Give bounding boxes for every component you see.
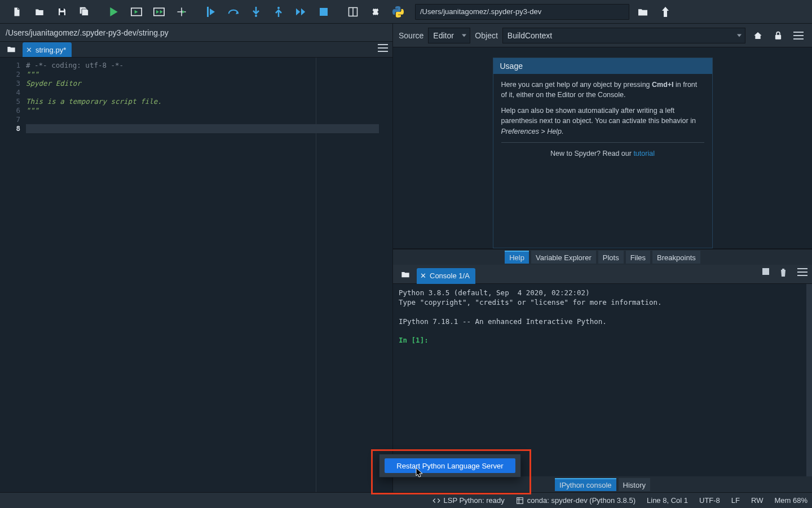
tab-history[interactable]: History bbox=[619, 478, 650, 491]
debug-step-out-icon[interactable] bbox=[267, 0, 290, 24]
preferences-icon[interactable] bbox=[364, 0, 387, 24]
status-encoding[interactable]: UTF-8 bbox=[699, 496, 720, 505]
ipython-console[interactable]: Python 3.8.5 (default, Sep 4 2020, 02:22… bbox=[393, 284, 812, 476]
svg-rect-11 bbox=[517, 497, 523, 503]
browse-consoles-icon[interactable] bbox=[398, 266, 413, 282]
status-lsp[interactable]: LSP Python: ready bbox=[433, 496, 505, 505]
help-options-icon[interactable] bbox=[791, 24, 806, 47]
debug-step-over-icon[interactable] bbox=[222, 0, 245, 24]
open-file-icon[interactable] bbox=[28, 0, 51, 24]
source-label: Source bbox=[399, 31, 423, 40]
status-conda[interactable]: conda: spyder-dev (Python 3.8.5) bbox=[516, 496, 636, 505]
remove-console-icon[interactable] bbox=[779, 268, 787, 277]
svg-point-6 bbox=[277, 7, 280, 9]
tab-plots[interactable]: Plots bbox=[598, 251, 624, 264]
svg-rect-10 bbox=[762, 268, 769, 275]
maximize-pane-icon[interactable] bbox=[342, 0, 364, 24]
tab-ipython-console[interactable]: IPython console bbox=[555, 478, 616, 491]
code-line: """ bbox=[26, 106, 392, 115]
tab-breakpoints[interactable]: Breakpoints bbox=[652, 251, 700, 264]
status-rw[interactable]: RW bbox=[751, 496, 763, 505]
editor-tab[interactable]: ✕ string.py* bbox=[23, 42, 72, 57]
svg-rect-4 bbox=[207, 7, 209, 17]
help-card-title: Usage bbox=[493, 58, 712, 74]
object-label: Object bbox=[475, 31, 497, 40]
status-mem[interactable]: Mem 68% bbox=[774, 496, 807, 505]
browse-workdir-icon[interactable] bbox=[632, 0, 654, 24]
home-icon[interactable] bbox=[750, 24, 766, 47]
svg-rect-1 bbox=[60, 12, 64, 15]
code-editor[interactable]: 1 2 3 4 5 6 7 8 # -*- coding: utf-8 -*- … bbox=[0, 58, 392, 492]
tab-help[interactable]: Help bbox=[505, 251, 529, 264]
console-banner-1: Python 3.8.5 (default, Sep 4 2020, 02:22… bbox=[399, 288, 590, 297]
debug-step-in-icon[interactable] bbox=[245, 0, 267, 24]
run-selection-icon[interactable] bbox=[170, 0, 193, 24]
lock-icon[interactable] bbox=[770, 24, 786, 47]
help-usage-card: Usage Here you can get help of any objec… bbox=[493, 58, 713, 248]
source-combo[interactable]: Editor bbox=[428, 28, 470, 43]
breadcrumb-text: /Users/juanitagomez/.spyder-py3-dev/stri… bbox=[6, 28, 169, 37]
restart-lsp-menu-item[interactable]: Restart Python Language Server bbox=[385, 458, 515, 473]
run-icon[interactable] bbox=[103, 0, 125, 24]
console-tab[interactable]: ✕ Console 1/A bbox=[417, 268, 475, 284]
tutorial-link[interactable]: tutorial bbox=[633, 150, 655, 157]
parent-dir-icon[interactable] bbox=[654, 0, 677, 24]
debug-continue-icon[interactable] bbox=[290, 0, 312, 24]
editor-options-icon[interactable] bbox=[378, 44, 388, 52]
code-line: Spyder Editor bbox=[26, 79, 392, 88]
run-cell-icon[interactable] bbox=[125, 0, 148, 24]
console-options-icon[interactable] bbox=[797, 268, 807, 277]
lsp-context-menu: Restart Python Language Server bbox=[379, 454, 521, 478]
code-line bbox=[26, 124, 392, 133]
code-line: # -*- coding: utf-8 -*- bbox=[26, 61, 392, 70]
working-directory-text: /Users/juanitagomez/.spyder-py3-dev bbox=[420, 7, 541, 16]
run-cell-advance-icon[interactable] bbox=[148, 0, 170, 24]
new-file-icon[interactable] bbox=[6, 0, 28, 24]
pythonpath-icon[interactable] bbox=[387, 0, 409, 24]
editor-tab-label: string.py* bbox=[36, 46, 66, 54]
code-line: """ bbox=[26, 70, 392, 79]
code-line bbox=[26, 115, 392, 124]
svg-rect-7 bbox=[320, 8, 328, 16]
status-bar: LSP Python: ready conda: spyder-dev (Pyt… bbox=[0, 492, 812, 508]
status-eol[interactable]: LF bbox=[731, 496, 740, 505]
console-prompt: In [1]: bbox=[399, 336, 429, 344]
debug-stop-icon[interactable] bbox=[312, 0, 335, 24]
svg-rect-9 bbox=[775, 34, 781, 39]
working-directory-input[interactable]: /Users/juanitagomez/.spyder-py3-dev bbox=[415, 4, 629, 20]
close-console-icon[interactable]: ✕ bbox=[420, 271, 426, 280]
svg-rect-0 bbox=[60, 8, 64, 11]
object-combo[interactable]: BuildContext bbox=[502, 28, 745, 43]
main-toolbar: /Users/juanitagomez/.spyder-py3-dev bbox=[0, 0, 812, 24]
line-number-gutter: 1 2 3 4 5 6 7 8 bbox=[0, 58, 26, 492]
close-tab-icon[interactable]: ✕ bbox=[26, 46, 32, 54]
status-linecol[interactable]: Line 8, Col 1 bbox=[647, 496, 688, 505]
console-banner-3: IPython 7.18.1 -- An enhanced Interactiv… bbox=[399, 317, 607, 326]
console-banner-2: Type "copyright", "credits" or "license"… bbox=[399, 298, 662, 306]
save-all-icon[interactable] bbox=[73, 0, 96, 24]
browse-tabs-icon[interactable] bbox=[3, 41, 19, 57]
console-tab-label: Console 1/A bbox=[430, 271, 470, 280]
svg-point-5 bbox=[255, 15, 257, 17]
help-pane-tabs: Help Variable Explorer Plots Files Break… bbox=[393, 249, 812, 265]
tab-files[interactable]: Files bbox=[626, 251, 650, 264]
tab-variable-explorer[interactable]: Variable Explorer bbox=[531, 251, 596, 264]
code-line bbox=[26, 88, 392, 97]
debug-icon[interactable] bbox=[200, 0, 222, 24]
breadcrumb: /Users/juanitagomez/.spyder-py3-dev/stri… bbox=[0, 24, 392, 42]
interrupt-kernel-icon[interactable] bbox=[762, 268, 769, 277]
save-icon[interactable] bbox=[51, 0, 73, 24]
code-line: This is a temporary script file. bbox=[26, 97, 392, 106]
